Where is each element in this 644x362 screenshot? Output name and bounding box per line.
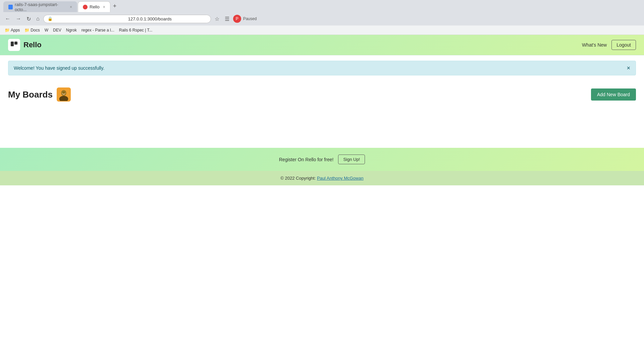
- avatar-image: [57, 88, 70, 101]
- browser-chrome: rails-7-saas-jumpstart-octo... × Rello ×…: [0, 0, 644, 35]
- tab-close-2[interactable]: ×: [103, 5, 105, 9]
- back-button[interactable]: ←: [3, 15, 12, 22]
- tab-bar: rails-7-saas-jumpstart-octo... × Rello ×…: [0, 0, 644, 12]
- profile-button[interactable]: P: [233, 15, 241, 23]
- signup-button[interactable]: Sign Up!: [338, 155, 365, 164]
- svg-rect-0: [11, 42, 14, 46]
- bookmark-icon: 📁: [24, 28, 30, 33]
- browser-toolbar: ← → ↻ ⌂ 🔒 127.0.0.1:3000/boards ☆ ☰ P Pa…: [0, 12, 644, 25]
- user-avatar: [57, 87, 71, 102]
- forward-button[interactable]: →: [14, 15, 23, 22]
- main-content: My Boards Add New Board: [0, 81, 644, 148]
- bookmark-button[interactable]: ☆: [213, 15, 221, 23]
- whats-new-link[interactable]: What's New: [582, 42, 607, 48]
- add-board-button[interactable]: Add New Board: [591, 88, 636, 101]
- bookmark-icon: 📁: [5, 28, 10, 33]
- lock-icon: 🔒: [48, 16, 126, 21]
- home-button[interactable]: ⌂: [35, 15, 41, 22]
- bookmark-apps[interactable]: 📁 Apps: [3, 27, 22, 33]
- app-name: Rello: [23, 41, 42, 49]
- paused-label: Paused: [243, 16, 257, 21]
- svg-point-6: [62, 91, 65, 94]
- bookmark-rails[interactable]: Rails 6 Rspec | T...: [117, 27, 155, 33]
- flash-container: Welcome! You have signed up successfully…: [0, 55, 644, 81]
- flash-text: Welcome! You have signed up successfully…: [14, 65, 104, 71]
- svg-rect-1: [14, 42, 17, 45]
- footer-cta: Register On Rello for free! Sign Up!: [0, 148, 644, 171]
- bookmark-dev[interactable]: DEV: [51, 27, 63, 33]
- new-tab-button[interactable]: +: [111, 3, 119, 10]
- app-logo: Rello: [8, 39, 42, 51]
- bookmark-ngrok[interactable]: Ngrok: [64, 27, 79, 33]
- boards-title: My Boards: [8, 89, 53, 100]
- footer-cta-text: Register On Rello for free!: [279, 157, 334, 162]
- flash-message: Welcome! You have signed up successfully…: [8, 61, 636, 75]
- bookmarks-bar: 📁 Apps 📁 Docs W DEV Ngrok regex - Parse …: [0, 25, 644, 35]
- logout-button[interactable]: Logout: [611, 40, 636, 50]
- bookmark-docs[interactable]: 📁 Docs: [22, 27, 42, 33]
- tab-close-1[interactable]: ×: [70, 5, 72, 9]
- reload-button[interactable]: ↻: [25, 15, 33, 23]
- address-bar[interactable]: 🔒 127.0.0.1:3000/boards: [43, 15, 211, 23]
- logo-icon: [8, 39, 20, 51]
- bookmark-regex[interactable]: regex - Parse a l...: [79, 27, 116, 33]
- footer-copyright: © 2022 Copyright: Paul Anthony McGowan: [0, 171, 644, 185]
- bookmark-w[interactable]: W: [43, 27, 50, 33]
- boards-header: My Boards Add New Board: [8, 87, 636, 102]
- extensions-button[interactable]: ☰: [223, 15, 231, 23]
- flash-close-button[interactable]: ×: [627, 65, 630, 71]
- header-right: What's New Logout: [582, 40, 636, 50]
- tab-active[interactable]: Rello ×: [78, 1, 110, 12]
- url-text: 127.0.0.1:3000/boards: [128, 16, 207, 21]
- trello-icon: [10, 41, 18, 49]
- tab-label-2: Rello: [90, 4, 100, 9]
- boards-title-area: My Boards: [8, 87, 71, 102]
- tab-favicon-2: [83, 5, 88, 9]
- tab-favicon-1: [8, 5, 13, 9]
- tab-label-1: rails-7-saas-jumpstart-octo...: [15, 2, 66, 12]
- tab-inactive[interactable]: rails-7-saas-jumpstart-octo... ×: [3, 1, 77, 12]
- copyright-text: © 2022 Copyright:: [280, 176, 316, 181]
- author-link[interactable]: Paul Anthony McGowan: [317, 176, 364, 181]
- app-header: Rello What's New Logout: [0, 35, 644, 55]
